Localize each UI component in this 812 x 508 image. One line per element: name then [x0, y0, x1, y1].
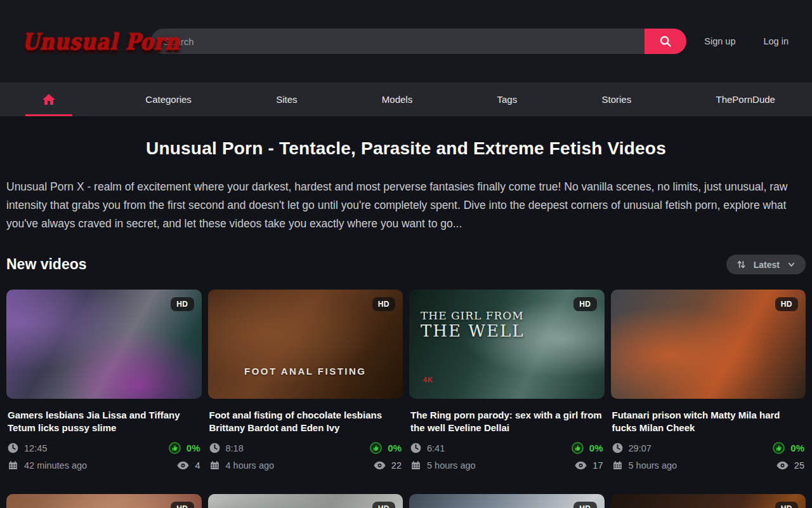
- active-tab-indicator: [25, 114, 72, 116]
- video-card[interactable]: HD: [611, 494, 806, 508]
- video-rating: 0%: [187, 443, 200, 453]
- video-card[interactable]: HD THE GIRL FROM THE WELL 4K The Ring po…: [409, 290, 605, 476]
- calendar-icon: [612, 460, 623, 471]
- chevron-down-icon: [787, 260, 796, 269]
- video-thumbnail[interactable]: HD: [6, 290, 202, 399]
- video-meta-row: 6:41 0%: [410, 442, 603, 454]
- video-card[interactable]: HD Futanari prison witch Matty Mila hard…: [611, 290, 806, 476]
- clock-icon: [612, 443, 623, 453]
- video-age: 5 hours ago: [427, 460, 476, 471]
- video-thumbnail[interactable]: HD: [409, 494, 605, 508]
- video-thumbnail[interactable]: HD: [611, 494, 806, 508]
- nav-home[interactable]: [25, 83, 72, 116]
- video-thumbnail[interactable]: HD: [208, 494, 403, 508]
- video-age: 5 hours ago: [629, 460, 678, 471]
- eye-icon: [374, 461, 386, 470]
- main-nav: Categories Sites Models Tags Stories The…: [0, 83, 812, 116]
- video-views: 4: [195, 460, 200, 471]
- thumbs-up-icon: [370, 442, 382, 454]
- calendar-icon: [209, 460, 220, 471]
- video-thumbnail[interactable]: HD: [6, 494, 202, 508]
- video-card[interactable]: HD: [409, 494, 605, 508]
- video-card[interactable]: HD: [208, 494, 403, 508]
- site-logo[interactable]: Unusual Porn: [22, 28, 133, 54]
- nav-sites[interactable]: Sites: [265, 83, 308, 116]
- page-title: Unusual Porn - Tentacle, Parasite and Ex…: [6, 138, 806, 159]
- video-duration: 6:41: [427, 443, 445, 453]
- video-meta-row: 4 hours ago 22: [209, 460, 402, 471]
- section-header: New videos Latest: [6, 255, 806, 274]
- hd-badge: HD: [171, 297, 193, 311]
- video-rating: 0%: [388, 443, 402, 453]
- video-title[interactable]: Futanari prison witch Matty Mila hard fu…: [612, 409, 805, 434]
- video-title[interactable]: Foot anal fisting of chocolate lesbians …: [209, 409, 402, 434]
- login-link[interactable]: Log in: [763, 36, 789, 46]
- search-button[interactable]: [645, 29, 686, 54]
- video-views: 22: [391, 460, 402, 471]
- thumbs-up-icon: [773, 442, 785, 454]
- video-card[interactable]: HD Gamers lesbians Jia Lissa and Tiffany…: [6, 290, 202, 476]
- video-rating: 0%: [589, 443, 603, 453]
- calendar-icon: [8, 460, 18, 471]
- video-thumbnail[interactable]: HD THE GIRL FROM THE WELL 4K: [409, 290, 605, 399]
- thumbs-up-icon: [169, 442, 181, 454]
- hd-badge: HD: [372, 297, 395, 311]
- video-duration: 12:45: [24, 443, 47, 453]
- video-meta-row: 5 hours ago 17: [410, 460, 603, 471]
- sort-label: Latest: [754, 260, 780, 270]
- page-description: Unusual Porn X - realm of excitement whe…: [6, 178, 806, 233]
- main-content: Unusual Porn - Tentacle, Parasite and Ex…: [0, 138, 812, 508]
- sort-icon: [737, 260, 746, 269]
- nav-models[interactable]: Models: [370, 83, 424, 116]
- nav-categories[interactable]: Categories: [134, 83, 203, 116]
- nav-theporndude[interactable]: ThePornDude: [705, 83, 787, 116]
- thumbnail-text: FOOT ANAL FISTING: [208, 366, 403, 377]
- video-grid: HD Gamers lesbians Jia Lissa and Tiffany…: [6, 290, 806, 476]
- video-views: 17: [593, 460, 603, 471]
- video-grid-row-2: HD HD HD HD: [6, 494, 806, 508]
- video-age: 42 minutes ago: [24, 460, 87, 471]
- hd-badge: HD: [372, 502, 395, 508]
- video-rating: 0%: [790, 443, 804, 453]
- nav-stories[interactable]: Stories: [591, 83, 643, 116]
- hd-badge: HD: [775, 297, 798, 311]
- section-title: New videos: [6, 256, 87, 273]
- video-card[interactable]: HD: [6, 494, 202, 508]
- sort-dropdown[interactable]: Latest: [726, 255, 806, 274]
- home-icon: [41, 92, 56, 107]
- video-age: 4 hours ago: [226, 460, 275, 471]
- video-meta-row: 42 minutes ago 4: [8, 460, 200, 471]
- eye-icon: [575, 461, 587, 470]
- hd-badge: HD: [775, 502, 798, 508]
- calendar-icon: [410, 460, 421, 471]
- video-meta-row: 5 hours ago 25: [612, 460, 805, 471]
- video-views: 25: [794, 460, 804, 471]
- search-input[interactable]: [151, 29, 645, 54]
- clock-icon: [8, 443, 18, 453]
- video-card[interactable]: HD FOOT ANAL FISTING Foot anal fisting o…: [208, 290, 403, 476]
- eye-icon: [776, 461, 789, 470]
- hd-badge: HD: [171, 502, 193, 508]
- search-bar: [151, 29, 686, 54]
- search-icon: [658, 34, 672, 48]
- clock-icon: [209, 443, 220, 453]
- eye-icon: [177, 461, 189, 470]
- clock-icon: [410, 443, 421, 453]
- video-thumbnail[interactable]: HD: [611, 290, 806, 399]
- video-thumbnail[interactable]: HD FOOT ANAL FISTING: [208, 290, 403, 399]
- thumbs-up-icon: [572, 442, 584, 454]
- video-title[interactable]: The Ring porn parody: sex with a girl fr…: [410, 409, 603, 434]
- video-meta-row: 29:07 0%: [612, 442, 805, 454]
- top-header: Unusual Porn Sign up Log in: [0, 0, 812, 83]
- video-title[interactable]: Gamers lesbians Jia Lissa and Tiffany Te…: [8, 409, 200, 434]
- hd-badge: HD: [573, 297, 596, 311]
- nav-tags[interactable]: Tags: [486, 83, 529, 116]
- hd-badge: HD: [573, 502, 596, 508]
- auth-links: Sign up Log in: [704, 36, 789, 46]
- video-duration: 29:07: [629, 443, 652, 453]
- video-duration: 8:18: [226, 443, 244, 453]
- video-meta-row: 8:18 0%: [209, 442, 402, 454]
- thumbnail-text: THE GIRL FROM THE WELL: [421, 310, 525, 340]
- signup-link[interactable]: Sign up: [704, 36, 735, 46]
- thumbnail-quality-tag: 4K: [423, 376, 433, 384]
